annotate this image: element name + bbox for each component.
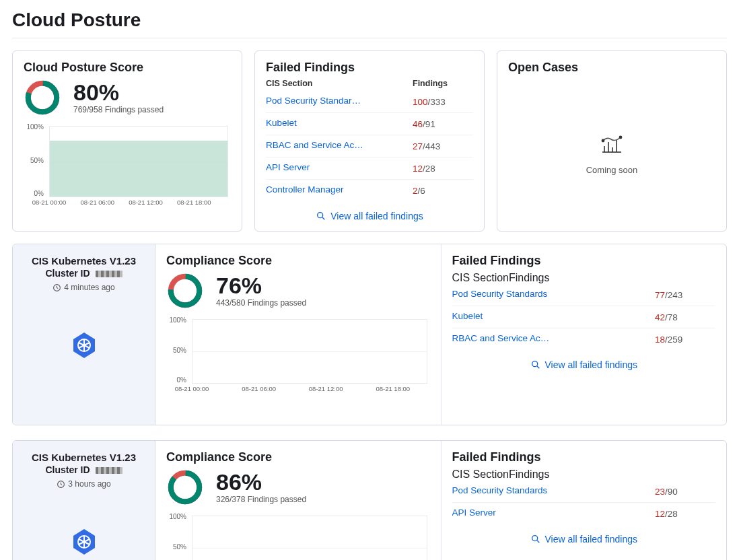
finding-link[interactable]: Kubelet (452, 311, 483, 321)
compliance-percent: 86% (216, 470, 306, 493)
kubernetes-icon (20, 528, 148, 557)
posture-trend-chart: 100% 50% 0% 08-21 00:00 08-21 06:00 08-2… (24, 123, 231, 211)
open-cases-panel: Open Cases Coming soon (497, 50, 727, 232)
finding-link[interactable]: RBAC and Service Accounts (452, 333, 553, 343)
failed-findings-title: Failed Findings (266, 61, 473, 75)
compliance-donut-icon (166, 468, 204, 506)
y-tick: 0% (24, 190, 44, 197)
svg-point-4 (602, 139, 604, 141)
magnifier-icon (316, 211, 326, 221)
failed-findings-panel: Failed Findings CIS Section Findings Pod… (254, 50, 485, 232)
col-header-section: CIS Section (266, 79, 413, 88)
cluster-timestamp: 4 minutes ago (20, 283, 148, 292)
compliance-trend-chart: 100%50%0%08-21 00:0008-21 06:0008-21 12:… (166, 316, 430, 397)
posture-score-panel: Cloud Posture Score 80% 769/958 Findings… (12, 50, 242, 232)
cluster-id: Cluster ID (20, 268, 148, 279)
magnifier-icon (530, 534, 541, 545)
table-row: Kubelet46/91 (266, 113, 473, 135)
svg-point-24 (532, 536, 537, 541)
table-row: Kubelet42/78 (452, 306, 716, 328)
compliance-percent: 76% (216, 274, 306, 297)
posture-donut-icon (24, 79, 61, 116)
posture-score-sub: 769/958 Findings passed (73, 105, 164, 114)
cluster-failed-panel: Failed FindingsCIS SectionFindingsPod Se… (441, 244, 727, 425)
col-header-findings: Findings (413, 79, 473, 88)
y-tick: 50% (24, 157, 44, 164)
cluster-name: CIS Kubernetes V1.23 (20, 452, 148, 463)
svg-point-14 (532, 361, 537, 367)
posture-score-percent: 80% (73, 81, 164, 104)
finding-link[interactable]: Pod Security Standards (452, 485, 548, 495)
finding-link[interactable]: RBAC and Service Ac… (266, 140, 363, 150)
cluster-id: Cluster ID (20, 464, 148, 475)
compliance-sub: 326/378 Findings passed (216, 495, 306, 504)
chart-bar-icon (600, 135, 623, 154)
finding-link[interactable]: Kubelet (266, 118, 297, 128)
cluster-name: CIS Kubernetes V1.23 (20, 255, 148, 267)
finding-link[interactable]: Pod Security Standar… (266, 96, 361, 106)
cluster-row: CIS Kubernetes V1.23Cluster ID 3 hours a… (12, 440, 727, 560)
cluster-id-redacted (96, 467, 122, 474)
clock-icon (57, 480, 65, 489)
svg-line-25 (537, 540, 539, 542)
table-row: Pod Security Standards23/90 (452, 481, 716, 503)
posture-score-title: Cloud Posture Score (24, 61, 231, 75)
svg-line-3 (322, 217, 324, 219)
table-row: Pod Security Standards77/243 (452, 284, 716, 306)
table-row: Controller Manager2/6 (266, 180, 473, 202)
compliance-donut-icon (166, 272, 204, 310)
compliance-score-panel: Compliance Score76%443/580 Findings pass… (155, 244, 441, 425)
cluster-row: CIS Kubernetes V1.23Cluster ID 4 minutes… (12, 244, 727, 425)
cluster-timestamp: 3 hours ago (20, 479, 148, 489)
table-row: API Server12/28 (266, 158, 473, 180)
compliance-score-panel: Compliance Score86%326/378 Findings pass… (155, 441, 441, 560)
view-all-label: View all failed findings (545, 534, 638, 545)
cluster-id-redacted (96, 271, 122, 277)
cluster-failed-title: Failed Findings (452, 254, 716, 268)
kubernetes-icon (20, 331, 148, 361)
view-all-failed-button[interactable]: View all failed findings (266, 211, 473, 221)
cluster-failed-panel: Failed FindingsCIS SectionFindingsPod Se… (441, 441, 727, 560)
table-row: RBAC and Service Accounts18/259 (452, 328, 716, 351)
page-title: Cloud Posture (12, 9, 727, 31)
svg-line-15 (537, 366, 539, 368)
view-all-failed-button[interactable]: View all failed findings (452, 534, 716, 545)
table-row: RBAC and Service Ac…27/443 (266, 135, 473, 158)
view-all-label: View all failed findings (545, 359, 638, 370)
compliance-trend-chart: 100%50%0%08-21 00:0008-21 06:0008-21 12:… (166, 513, 430, 560)
svg-point-2 (318, 213, 323, 218)
x-tick: 08-21 12:00 (129, 199, 163, 211)
finding-link[interactable]: API Server (452, 508, 496, 518)
cluster-failed-title: Failed Findings (452, 450, 716, 464)
compliance-sub: 443/580 Findings passed (216, 298, 306, 308)
cluster-side-panel[interactable]: CIS Kubernetes V1.23Cluster ID 3 hours a… (13, 441, 155, 560)
compliance-title: Compliance Score (166, 254, 430, 268)
y-tick: 100% (24, 123, 44, 131)
cluster-side-panel[interactable]: CIS Kubernetes V1.23Cluster ID 4 minutes… (13, 244, 155, 425)
clock-icon (52, 283, 61, 292)
finding-link[interactable]: Pod Security Standards (452, 289, 548, 299)
view-all-failed-button[interactable]: View all failed findings (452, 359, 716, 370)
table-row: API Server12/28 (452, 503, 716, 525)
view-all-label: View all failed findings (330, 211, 423, 221)
finding-link[interactable]: Controller Manager (266, 184, 344, 195)
x-tick: 08-21 00:00 (32, 199, 67, 211)
open-cases-title: Open Cases (508, 61, 715, 75)
magnifier-icon (530, 359, 541, 370)
x-tick: 08-21 06:00 (80, 199, 114, 211)
finding-link[interactable]: API Server (266, 162, 310, 172)
svg-point-5 (619, 136, 621, 138)
coming-soon-text: Coming soon (586, 165, 638, 175)
x-tick: 08-21 18:00 (177, 199, 211, 211)
table-row: Pod Security Standar…100/333 (266, 91, 473, 113)
compliance-title: Compliance Score (166, 450, 430, 464)
title-divider (12, 38, 727, 38)
